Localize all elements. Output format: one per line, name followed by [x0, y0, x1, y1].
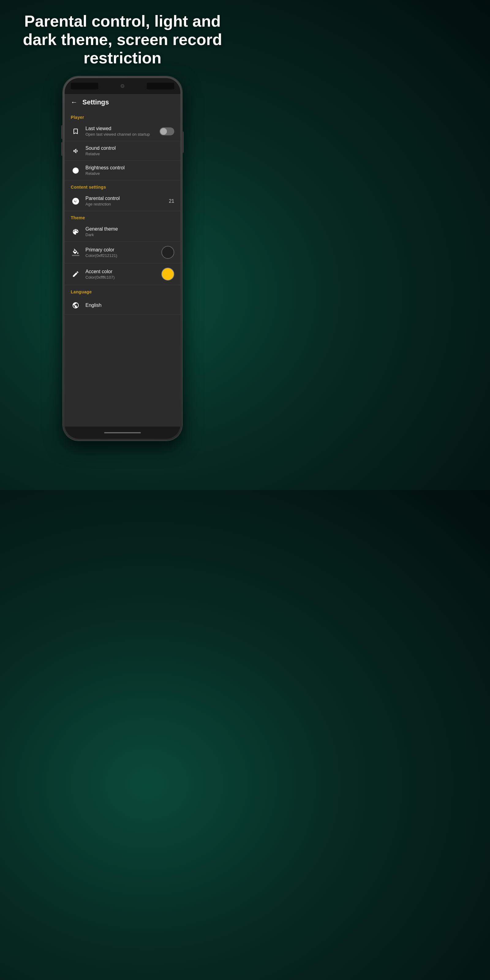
section-language: Language: [65, 285, 180, 296]
back-button[interactable]: ←: [71, 98, 78, 106]
last-viewed-subtitle: Open last viewed channel on startup: [86, 132, 155, 137]
status-left: [71, 83, 98, 89]
bottom-bar: [65, 426, 180, 439]
brightness-control-text: Brightness control Relative: [86, 165, 174, 176]
last-viewed-text: Last viewed Open last viewed channel on …: [86, 126, 155, 137]
sound-control-text: Sound control Relative: [86, 145, 174, 156]
accent-color-subtitle: Color(0xffffc107): [86, 275, 156, 280]
home-indicator: [104, 432, 141, 433]
setting-brightness-control[interactable]: Brightness control Relative: [65, 161, 180, 180]
setting-sound-control[interactable]: Sound control Relative: [65, 141, 180, 161]
svg-point-0: [73, 167, 79, 173]
last-viewed-toggle[interactable]: [159, 127, 174, 135]
setting-general-theme[interactable]: General theme Dark: [65, 222, 180, 242]
general-theme-title: General theme: [86, 226, 174, 232]
section-player: Player: [65, 111, 180, 122]
setting-last-viewed[interactable]: Last viewed Open last viewed channel on …: [65, 122, 180, 141]
page-title: Settings: [83, 98, 109, 106]
volume-down-button: [61, 142, 63, 156]
primary-color-subtitle: Color(0xff212121): [86, 253, 156, 258]
accent-color-title: Accent color: [86, 269, 156, 274]
bookmark-icon: [71, 126, 81, 136]
globe-icon: [71, 301, 81, 310]
accent-color-swatch[interactable]: [161, 268, 174, 280]
sound-control-subtitle: Relative: [86, 151, 174, 156]
section-theme: Theme: [65, 211, 180, 222]
settings-header: ← Settings: [65, 94, 180, 111]
primary-color-title: Primary color: [86, 247, 156, 253]
brightness-control-title: Brightness control: [86, 165, 174, 170]
setting-accent-color[interactable]: Accent color Color(0xffffc107): [65, 263, 180, 285]
general-theme-subtitle: Dark: [86, 232, 174, 237]
brightness-control-subtitle: Relative: [86, 171, 174, 176]
brightness-icon: [71, 166, 81, 175]
parental-control-value: 21: [169, 199, 174, 204]
parental-control-text: Parental control Age restriction: [86, 196, 164, 207]
language-english-title: English: [86, 302, 174, 308]
language-english-text: English: [86, 302, 174, 308]
phone-device: ← Settings Player Last viewed Open last …: [63, 76, 182, 441]
volume-icon: [71, 146, 81, 156]
setting-language-english[interactable]: English: [65, 296, 180, 315]
hero-title: Parental control, light and dark theme, …: [0, 0, 245, 76]
parental-control-subtitle: Age restriction: [86, 202, 164, 207]
status-bar: [65, 78, 180, 94]
pen-icon: [71, 269, 81, 279]
accent-color-text: Accent color Color(0xffffc107): [86, 269, 156, 280]
section-content-settings: Content settings: [65, 180, 180, 191]
volume-up-button: [61, 125, 63, 139]
primary-color-swatch[interactable]: [161, 246, 174, 259]
power-button: [182, 131, 184, 153]
setting-parental-control[interactable]: Parental control Age restriction 21: [65, 191, 180, 211]
settings-list: Player Last viewed Open last viewed chan…: [65, 111, 180, 426]
last-viewed-title: Last viewed: [86, 126, 155, 131]
paint-fill-icon: [71, 247, 81, 257]
parental-icon: [71, 196, 81, 206]
status-right: [147, 83, 174, 89]
primary-color-text: Primary color Color(0xff212121): [86, 247, 156, 258]
palette-icon: [71, 227, 81, 237]
camera-dot: [121, 84, 124, 88]
general-theme-text: General theme Dark: [86, 226, 174, 237]
parental-control-title: Parental control: [86, 196, 164, 201]
sound-control-title: Sound control: [86, 145, 174, 151]
setting-primary-color[interactable]: Primary color Color(0xff212121): [65, 242, 180, 263]
